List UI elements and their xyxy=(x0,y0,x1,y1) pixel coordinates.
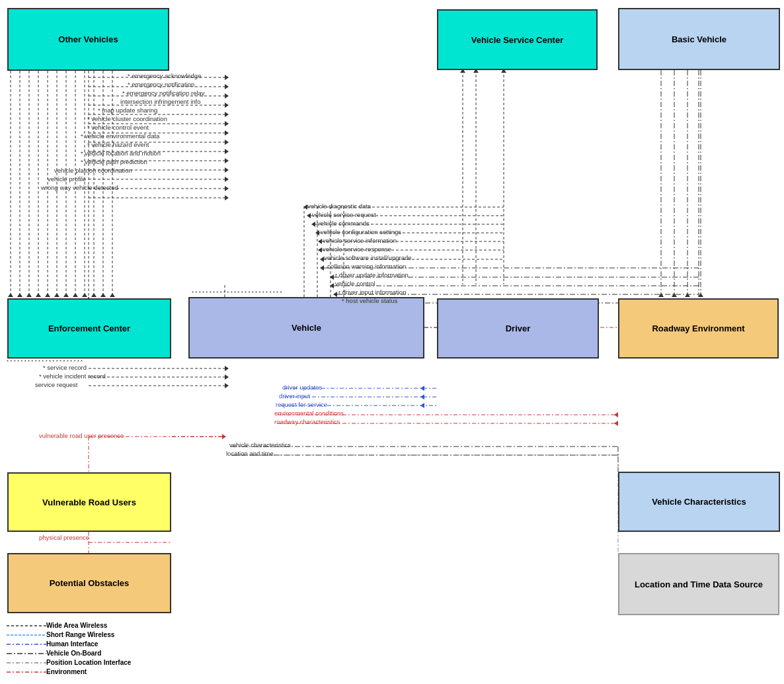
svg-marker-15 xyxy=(225,75,229,80)
driver-label: Driver xyxy=(506,323,531,333)
location-time-label: Location and Time Data Source xyxy=(635,579,763,589)
svg-marker-93 xyxy=(672,293,677,297)
svg-marker-79 xyxy=(318,239,322,244)
basic-vehicle-node: Basic Vehicle xyxy=(618,8,780,70)
svg-marker-71 xyxy=(420,394,424,400)
svg-marker-25 xyxy=(225,167,229,173)
legend-position: Position Location Interface xyxy=(7,659,131,666)
msg-vservice-req: vehicle service request xyxy=(312,211,376,218)
svg-marker-22 xyxy=(225,140,229,145)
svg-marker-70 xyxy=(420,386,424,391)
svg-marker-120 xyxy=(26,293,32,297)
msg-map-update: * map update sharing xyxy=(98,107,157,114)
svg-text:* * * * * * * * * * * * * * * : * * * * * * * * * * * * * * * * * * * * … xyxy=(192,290,282,296)
svg-marker-95 xyxy=(698,293,703,297)
svg-marker-124 xyxy=(63,293,69,297)
msg-vehicle-incident: * vehicle incident record xyxy=(39,372,106,380)
svg-marker-16 xyxy=(225,84,229,89)
vehicle-label: Vehicle xyxy=(292,323,321,333)
legend-environment-label: Environment xyxy=(46,668,87,675)
msg-vservice-resp: vehicle service response xyxy=(323,245,391,253)
roadway-environment-node: Roadway Environment xyxy=(618,298,779,359)
vehicle-characteristics-node: Vehicle Characteristics xyxy=(618,472,780,532)
msg-vconfig: vehicle configuration settings xyxy=(321,228,401,235)
msg-emergency-notif: * emergency notification xyxy=(128,81,194,88)
svg-marker-78 xyxy=(315,230,319,235)
potential-obstacles-label: Potential Obstacles xyxy=(50,578,130,588)
legend-environment-line xyxy=(7,669,46,675)
svg-marker-84 xyxy=(330,283,334,288)
msg-vehicle-location: * vehicle location and motion xyxy=(81,150,161,157)
msg-vehicle-control-event: * vehicle control event xyxy=(87,124,149,131)
enforcement-center-node: Enforcement Center xyxy=(7,298,171,359)
vehicle-node: Vehicle xyxy=(188,297,424,359)
msg-service-request: service request xyxy=(35,381,77,388)
msg-vsoftware: vehicle software install/upgrade xyxy=(324,254,412,261)
svg-marker-123 xyxy=(54,293,59,297)
vulnerable-road-users-node: Vulnerable Road Users xyxy=(7,472,171,532)
msg-vdiag: vehicle diagnostic data xyxy=(307,202,371,210)
msg-vservice-info: vehicle service information xyxy=(323,237,397,244)
basic-vehicle-label: Basic Vehicle xyxy=(672,34,726,44)
msg-host-vehicle: * host vehicle status xyxy=(342,297,398,304)
svg-marker-26 xyxy=(225,177,229,182)
svg-marker-128 xyxy=(100,293,106,297)
msg-driver-input-info: r driver input information xyxy=(338,288,406,296)
svg-marker-74 xyxy=(614,421,618,426)
vehicle-service-center-node: Vehicle Service Center xyxy=(437,9,598,70)
msg-emergency-relay: * emergency notification relay xyxy=(122,89,205,97)
msg-wrong-way: wrong way vehicle detected xyxy=(41,184,118,191)
legend-wide-area-line xyxy=(7,622,46,629)
svg-marker-23 xyxy=(225,149,229,154)
svg-marker-94 xyxy=(685,293,690,297)
svg-marker-118 xyxy=(8,293,13,297)
svg-marker-73 xyxy=(614,412,618,417)
enforcement-center-label: Enforcement Center xyxy=(48,323,130,333)
legend-human-line xyxy=(7,641,46,648)
svg-marker-129 xyxy=(110,293,115,297)
msg-vehicle-env-data: * vehicle environmental data xyxy=(81,132,159,140)
svg-marker-126 xyxy=(82,293,87,297)
msg-vehicle-hazard: * vehicle hazard event xyxy=(87,141,149,148)
svg-marker-121 xyxy=(36,293,41,297)
svg-marker-21 xyxy=(225,130,229,136)
svg-marker-80 xyxy=(318,247,322,253)
legend: Wide Area Wireless Short Range Wireless … xyxy=(7,622,131,677)
msg-driver-update: r driver update information xyxy=(335,271,409,278)
svg-marker-20 xyxy=(225,121,229,126)
svg-marker-24 xyxy=(225,158,229,163)
msg-driver-updates: driver updates xyxy=(282,384,322,391)
msg-location-time: location and time xyxy=(226,450,274,457)
msg-emergency-ack: * emergency acknowledge xyxy=(128,72,201,79)
msg-env-conditions: environmental conditions xyxy=(274,409,344,417)
svg-marker-28 xyxy=(225,195,229,200)
legend-wide-area: Wide Area Wireless xyxy=(7,622,131,629)
msg-driver-input: driver input xyxy=(279,392,310,400)
diagram-container: * * * * * * * * * * * * * * * * * * * * … xyxy=(0,0,784,684)
legend-wide-area-label: Wide Area Wireless xyxy=(46,622,107,629)
svg-marker-119 xyxy=(17,293,22,297)
svg-marker-92 xyxy=(658,293,664,297)
svg-marker-68 xyxy=(225,374,229,380)
msg-vehicle-cluster: * vehicle cluster coordination xyxy=(87,115,167,122)
other-vehicles-node: Other Vehicles xyxy=(7,8,169,71)
legend-position-label: Position Location Interface xyxy=(46,659,131,666)
msg-vehicle-path: * vehicle path prediction xyxy=(81,158,147,165)
legend-short-range-line xyxy=(7,632,46,638)
svg-marker-69 xyxy=(225,383,229,388)
legend-human: Human Interface xyxy=(7,640,131,648)
legend-vehicle-onboard-line xyxy=(7,650,46,657)
svg-marker-82 xyxy=(320,265,324,271)
legend-vehicle-onboard-label: Vehicle On-Board xyxy=(46,650,101,657)
svg-marker-27 xyxy=(225,186,229,191)
vulnerable-road-users-label: Vulnerable Road Users xyxy=(42,497,136,507)
driver-node: Driver xyxy=(437,298,599,359)
msg-vehicle-profile: vehicle profile xyxy=(48,175,86,183)
legend-human-label: Human Interface xyxy=(46,640,98,648)
svg-marker-85 xyxy=(333,292,337,297)
msg-service-record: * service record xyxy=(43,364,87,371)
svg-marker-127 xyxy=(91,293,97,297)
svg-marker-67 xyxy=(225,366,229,371)
svg-marker-83 xyxy=(330,275,334,280)
svg-marker-72 xyxy=(420,403,424,408)
